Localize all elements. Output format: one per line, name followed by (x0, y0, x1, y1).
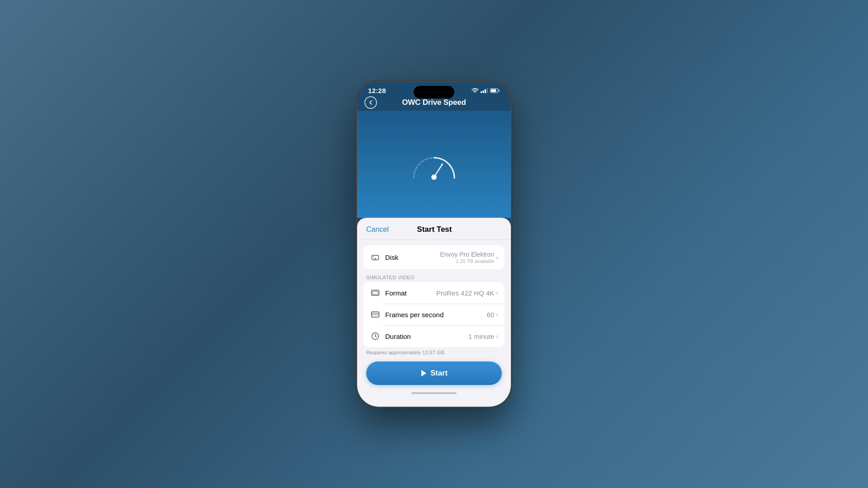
speedometer-area (357, 111, 511, 218)
duration-icon (370, 331, 381, 342)
disk-label: Disk (385, 253, 440, 261)
disk-chevron-icon: › (496, 254, 498, 261)
duration-chevron-icon: › (496, 333, 498, 340)
back-button[interactable] (364, 96, 377, 109)
speedometer-svg (407, 144, 461, 185)
phone-screen: 12:28 (357, 81, 511, 407)
simulated-video-section: SIMULATED VIDEO Format ProRes 422 HQ 4K … (363, 275, 505, 347)
signal-icon (481, 88, 488, 93)
svg-rect-15 (372, 312, 379, 317)
format-icon (370, 287, 381, 298)
disk-card: Disk Envoy Pro Elektron 1.25 TB availabl… (363, 245, 505, 269)
disk-icon (370, 252, 381, 263)
fps-icon (370, 309, 381, 320)
svg-point-9 (441, 164, 443, 165)
play-icon (420, 370, 427, 377)
status-icons (472, 88, 500, 93)
sheet-header: Cancel Start Test (357, 218, 511, 240)
disk-info: Envoy Pro Elektron 1.25 TB available (440, 251, 494, 264)
svg-point-11 (374, 258, 376, 259)
format-value: ProRes 422 HQ 4K (436, 289, 494, 297)
format-chevron-icon: › (496, 289, 498, 296)
svg-rect-2 (485, 89, 486, 94)
svg-rect-0 (481, 91, 482, 93)
requirement-text: Requires approximately 13.57 GB. (357, 347, 511, 355)
back-arrow-icon (368, 100, 373, 105)
disk-available: 1.25 TB available (440, 258, 494, 264)
fps-value: 60 (487, 311, 495, 319)
start-button[interactable]: Start (366, 361, 502, 385)
bottom-sheet: Cancel Start Test Disk (357, 218, 511, 407)
disk-row[interactable]: Disk Envoy Pro Elektron 1.25 TB availabl… (363, 245, 505, 269)
svg-rect-14 (373, 291, 378, 295)
duration-row[interactable]: Duration 1 minute › (363, 325, 505, 347)
sheet-title: Start Test (417, 225, 452, 234)
section-label-simulated-video: SIMULATED VIDEO (363, 275, 505, 280)
phone-frame: 12:28 (357, 81, 511, 407)
status-time: 12:28 (368, 87, 386, 94)
start-button-wrapper: Start (357, 355, 511, 389)
status-bar: 12:28 (357, 81, 511, 96)
fps-row[interactable]: Frames per second 60 › (363, 304, 505, 325)
disk-section: Disk Envoy Pro Elektron 1.25 TB availabl… (363, 245, 505, 269)
simulated-video-card: Format ProRes 422 HQ 4K › (363, 282, 505, 347)
app-title: OWC Drive Speed (402, 98, 466, 107)
svg-marker-21 (421, 370, 426, 376)
battery-icon (490, 88, 500, 93)
disk-name: Envoy Pro Elektron (440, 251, 494, 258)
home-bar (411, 392, 457, 394)
dynamic-island (414, 86, 454, 99)
wifi-icon (472, 88, 478, 93)
svg-rect-6 (499, 90, 500, 92)
cancel-button[interactable]: Cancel (366, 225, 389, 234)
home-indicator (357, 389, 511, 398)
format-row[interactable]: Format ProRes 422 HQ 4K › (363, 282, 505, 304)
svg-rect-1 (483, 90, 484, 93)
format-label: Format (385, 289, 436, 297)
duration-value: 1 minute (468, 333, 495, 340)
fps-label: Frames per second (385, 311, 487, 319)
speedometer (407, 146, 461, 183)
svg-rect-5 (491, 89, 496, 92)
svg-rect-3 (487, 88, 488, 93)
fps-chevron-icon: › (496, 311, 498, 318)
svg-line-8 (434, 164, 442, 177)
svg-line-20 (375, 336, 377, 337)
duration-label: Duration (385, 333, 468, 340)
start-button-label: Start (430, 369, 448, 378)
